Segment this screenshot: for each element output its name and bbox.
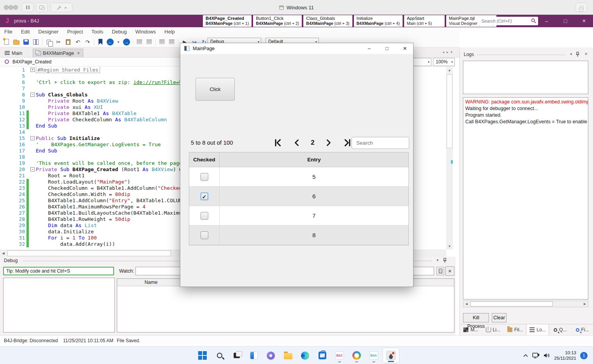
bookmark-button[interactable] [97, 38, 104, 46]
edge-button[interactable] [297, 348, 314, 363]
comment-button[interactable] [136, 38, 143, 46]
pane-tab-fil[interactable]: Fil... [504, 324, 526, 335]
quick-tab-b4xpage_created[interactable]: B4XPage_CreatedB4XMainPage (ctrl + 1) [203, 15, 252, 27]
pane-tab-fi[interactable]: Fi... [571, 324, 593, 335]
pin-icon[interactable] [443, 258, 447, 263]
uncomment-button[interactable] [146, 38, 153, 46]
clear-logs-button[interactable]: Clear [492, 313, 507, 322]
scroll-up-icon[interactable]: ▲ [446, 67, 453, 74]
menu-file[interactable]: File [0, 27, 17, 37]
undo-button[interactable]: ↶ [74, 38, 81, 46]
cut-button[interactable]: ✂ [55, 38, 62, 46]
menu-windows[interactable]: Windows [131, 27, 160, 37]
volume-button[interactable] [544, 353, 550, 358]
pane-tab-li[interactable]: Li... [482, 324, 504, 335]
last-page-button[interactable] [343, 138, 352, 147]
scroll-right-icon[interactable]: ▶ [582, 301, 588, 307]
app-close-button[interactable]: × [578, 15, 590, 27]
outdent-button[interactable] [158, 38, 165, 46]
logs-output[interactable]: WARNING: package com.sun.javafx.embed.sw… [463, 97, 588, 299]
first-page-button[interactable] [274, 138, 282, 147]
tab-b4xmainpage[interactable]: B4XMainPage × [33, 49, 83, 58]
store-button[interactable] [314, 348, 331, 363]
scroll-left-icon[interactable]: ◀ [463, 301, 470, 307]
quick-tab-class_globals[interactable]: Class_GlobalsB4XMainPage (ctrl + 3) [303, 15, 352, 27]
b4x-app-button[interactable] [348, 348, 365, 363]
close-panel-icon[interactable]: × [584, 51, 588, 57]
b4a-app-button[interactable]: B4A [365, 348, 382, 363]
tab-list-icon[interactable]: ▾ [450, 50, 455, 54]
tab-main[interactable]: Main [2, 49, 25, 58]
fold-marker-icon[interactable]: − [30, 93, 35, 97]
scroll-right-icon[interactable]: ▸ [447, 50, 451, 54]
search-icon[interactable] [531, 18, 536, 23]
new-project-button[interactable] [3, 38, 10, 46]
export-button[interactable] [32, 38, 39, 46]
chat-button[interactable] [262, 348, 280, 363]
b4j-app-button[interactable]: B4J [331, 348, 348, 363]
notification-badge[interactable]: 1 [580, 352, 588, 359]
window-close-button[interactable]: × [398, 43, 412, 54]
navigate-forward-button[interactable]: → [123, 38, 130, 46]
vertical-scrollbar[interactable]: ▲ ▼ [446, 67, 453, 250]
panel-menu-icon[interactable]: ▾ [436, 258, 438, 262]
scroll-left-icon[interactable]: ◂ [442, 50, 447, 54]
next-page-button[interactable] [325, 138, 333, 147]
scrollbar-thumb[interactable] [7, 250, 171, 256]
scrollbar-thumb[interactable] [470, 301, 553, 306]
previous-page-button[interactable] [293, 138, 301, 147]
file-explorer-button[interactable] [280, 348, 297, 363]
logs-scrollbar[interactable]: ◀ ▶ [463, 301, 588, 307]
evaluate-button[interactable] [436, 267, 444, 275]
click-button[interactable]: Click [195, 78, 235, 101]
menu-edit[interactable]: Edit [17, 27, 34, 37]
network-button[interactable] [532, 353, 540, 359]
fold-marker-icon[interactable]: + [30, 68, 35, 72]
table-search-input[interactable] [355, 139, 406, 147]
zoom-select[interactable]: 100%▾ [433, 58, 455, 66]
scrollbar-thumb[interactable] [447, 74, 452, 148]
mainpage-titlebar[interactable]: MainPage – □ × [180, 43, 413, 54]
vm-display-button[interactable] [575, 3, 587, 12]
task-view-button[interactable] [228, 348, 245, 363]
navigate-back-button[interactable]: ← [107, 38, 114, 46]
quick-tab-initialize[interactable]: InitializeB4XMainPage (ctrl + 4) [354, 15, 403, 27]
copy-button[interactable] [45, 38, 52, 46]
row-checkbox[interactable]: ✓ [201, 192, 208, 200]
save-button[interactable] [23, 38, 30, 46]
window-maximize-button[interactable]: □ [380, 43, 394, 54]
taskbar-search-button[interactable] [211, 348, 228, 363]
window-minimize-button[interactable]: – [362, 43, 376, 54]
navigate-back-dropdown[interactable]: ▾ [116, 38, 120, 46]
quick-tab-appstart[interactable]: AppStartMain (ctrl + 5) [404, 15, 445, 27]
taskbar-clock[interactable]: 10:13 25/11/2021 [554, 350, 576, 361]
menu-project[interactable]: Project [63, 27, 87, 37]
clear-watch-button[interactable]: × [445, 266, 454, 276]
search-input[interactable] [480, 17, 527, 24]
start-button[interactable] [194, 348, 211, 363]
menu-designer[interactable]: Designer [34, 27, 63, 37]
pane-tab-q[interactable]: Q... [549, 324, 571, 335]
pane-tab-m[interactable]: M... [460, 324, 482, 335]
close-tab-icon[interactable]: × [77, 51, 80, 56]
paste-button[interactable] [65, 38, 72, 46]
open-project-button[interactable] [13, 38, 20, 46]
row-checkbox[interactable] [201, 212, 208, 220]
quick-tab-button1_click[interactable]: Button1_ClickB4XMainPage (ctrl + 2) [253, 15, 302, 27]
tray-chevron-button[interactable] [523, 354, 528, 358]
scroll-left-icon[interactable]: ◀ [0, 250, 7, 256]
panel-menu-icon[interactable]: ▾ [570, 52, 572, 56]
pin-icon[interactable] [575, 52, 580, 57]
panel-drag-handle[interactable] [477, 54, 565, 56]
app-minimize-button[interactable]: – [541, 15, 553, 27]
app-maximize-button[interactable]: □ [560, 15, 571, 27]
redo-button[interactable]: ↷ [84, 38, 91, 46]
row-checkbox[interactable] [201, 173, 208, 181]
widgets-button[interactable] [245, 348, 262, 363]
menu-debug[interactable]: Debug [107, 27, 131, 37]
fold-marker-icon[interactable]: − [30, 136, 35, 140]
java-app-button[interactable] [382, 348, 399, 363]
menu-help[interactable]: Help [160, 27, 179, 37]
menu-tools[interactable]: Tools [87, 27, 107, 37]
indent-button[interactable] [168, 38, 175, 46]
